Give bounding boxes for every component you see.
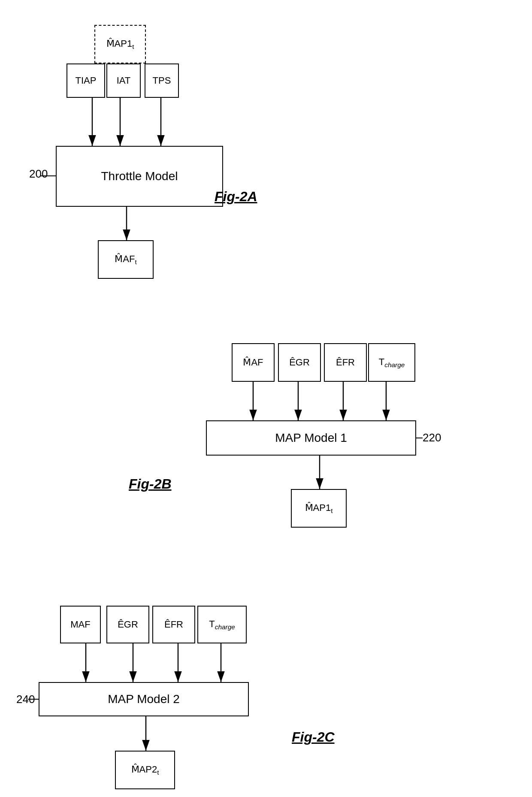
egr-hat-label-2c: ÊGR: [118, 618, 138, 631]
ref-220: 220: [423, 431, 441, 444]
map-model-1-box: MAP Model 1: [206, 420, 416, 456]
fig2c-label: Fig-2C: [292, 729, 335, 745]
map1t-label: M̂AP1t: [106, 37, 134, 51]
maf-label-2c: MAF: [70, 619, 90, 630]
egr-hat-box-2c: ÊGR: [106, 606, 149, 643]
tps-label: TPS: [153, 75, 171, 86]
tcharge-box-2c: Tcharge: [197, 606, 247, 643]
map-model-1-label: MAP Model 1: [275, 431, 347, 445]
map-model-2-label: MAP Model 2: [108, 692, 180, 706]
efr-hat-label-2b: ÊFR: [336, 356, 355, 369]
maft-output-box: M̂AFt: [98, 240, 154, 279]
map-model-2-box: MAP Model 2: [39, 682, 249, 716]
fig2a-label: Fig-2A: [215, 189, 257, 205]
map2t-output-label: M̂AP2t: [131, 763, 159, 777]
tps-box: TPS: [145, 63, 179, 98]
egr-hat-label-2b: ÊGR: [289, 356, 310, 369]
tcharge-box-2b: Tcharge: [368, 343, 415, 382]
throttle-model-box: Throttle Model: [56, 146, 223, 207]
map1t-output-label-2b: M̂AP1t: [305, 501, 333, 516]
maft-label: M̂AFt: [115, 253, 136, 267]
tcharge-label-2c: Tcharge: [209, 618, 235, 632]
ref-240: 240: [16, 693, 35, 706]
tcharge-label-2b: Tcharge: [379, 356, 405, 370]
throttle-model-label: Throttle Model: [101, 169, 178, 183]
maf-hat-label-2b: M̂AF: [243, 356, 263, 369]
map1t-input-box: M̂AP1t: [94, 25, 146, 63]
maf-hat-box-2b: M̂AF: [232, 343, 275, 382]
efr-hat-box-2c: ÊFR: [152, 606, 195, 643]
tiap-box: TIAP: [66, 63, 105, 98]
ref-200: 200: [29, 167, 48, 181]
tiap-label: TIAP: [76, 75, 97, 86]
map2t-output-box: M̂AP2t: [115, 751, 175, 789]
efr-hat-box-2b: ÊFR: [324, 343, 367, 382]
iat-box: IAT: [106, 63, 141, 98]
iat-label: IAT: [117, 75, 131, 86]
efr-hat-label-2c: ÊFR: [164, 618, 183, 631]
egr-hat-box-2b: ÊGR: [278, 343, 321, 382]
fig2b-label: Fig-2B: [129, 476, 172, 492]
maf-box-2c: MAF: [60, 606, 101, 643]
map1t-output-box-2b: M̂AP1t: [291, 489, 347, 528]
